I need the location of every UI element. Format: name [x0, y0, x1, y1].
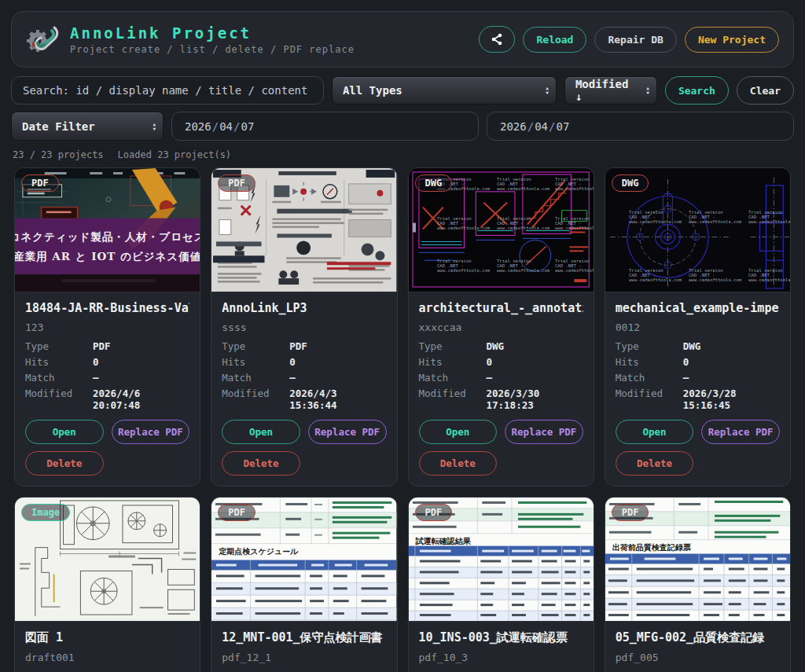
thumbnail-caption-line: 産業用 AR と IOT のビジネス価値: [15, 250, 200, 264]
repair-db-button[interactable]: Repair DB: [594, 27, 676, 53]
project-title: 10_INS-003_試運転確認票: [419, 630, 583, 645]
card-body: 12_MNT-001_保守点検計画書 pdf_12_1 TypePDF Hits…: [211, 622, 396, 672]
project-count: 23 / 23 projects: [13, 149, 104, 160]
project-subtitle: 123: [25, 321, 189, 333]
meta-value-hits: 0: [93, 356, 99, 368]
date-separator: /: [211, 120, 219, 133]
share-button[interactable]: [479, 26, 515, 53]
meta-value-match: –: [93, 372, 99, 384]
date-from-input[interactable]: 2026/04/07: [171, 112, 479, 141]
select-arrows-icon: ▲▼: [546, 86, 549, 95]
card-body: 18484-JA-RR-Business-Value… 123 TypePDF …: [15, 292, 200, 486]
watermark: Trial versionCAD .NET -www.cadsofttools.…: [437, 259, 490, 273]
type-filter-select[interactable]: All Types ▲▼: [332, 76, 557, 105]
card-body: 図面 1 draft001 TypeIMAGE Hits0 Match– Mod…: [15, 622, 200, 672]
page-subtitle: Project create / list / delete / PDF rep…: [70, 44, 355, 55]
type-badge: Image: [21, 504, 70, 521]
watermark: Trial versionCAD .NET -www.cadsofttools.…: [555, 178, 594, 191]
date-from-day: 07: [241, 120, 254, 133]
meta-label: Type: [616, 340, 683, 352]
meta-label: Modified: [222, 387, 289, 411]
project-title: 18484-JA-RR-Business-Value…: [25, 301, 189, 315]
project-subtitle: pdf_005: [616, 652, 780, 663]
date-from-year: 2026: [185, 120, 211, 133]
new-project-button[interactable]: New Project: [685, 27, 779, 53]
delete-button[interactable]: Delete: [616, 451, 694, 476]
meta-value-match: –: [289, 372, 296, 384]
meta-value-modified: 2026/3/30 17:18:23: [487, 387, 583, 411]
watermark: Trial versionCAD .NET -www.cadsofttools.…: [555, 217, 594, 230]
search-input[interactable]: [11, 76, 324, 105]
meta-label: Match: [222, 372, 289, 384]
meta-label: Hits: [222, 356, 289, 368]
replace-pdf-button[interactable]: Replace PDF: [112, 420, 190, 444]
project-card: 定期点検スケジュール PDF 12_MNT-001_保守点検計画書 pdf_12…: [211, 497, 397, 672]
replace-pdf-button[interactable]: Replace PDF: [308, 420, 387, 444]
thumbnail-caption: コネクティッド製品・人材・プロセス 産業用 AR と IOT のビジネス価値: [15, 218, 200, 275]
meta-value-type: PDF: [93, 340, 111, 352]
meta-label: Type: [25, 340, 93, 352]
card-body: 10_INS-003_試運転確認票 pdf_10_3 TypePDF Hits0…: [409, 622, 594, 672]
status-row: 23 / 23 projects Loaded 23 project(s): [13, 149, 792, 160]
thumbnail-heading: 定期点検スケジュール: [219, 546, 298, 557]
meta-value-modified: 2026/4/3 15:36:44: [289, 387, 386, 411]
watermark: Trial versionCAD .NET -www.cadsofttools.…: [497, 178, 550, 191]
project-title: AnnoLink_LP3: [222, 301, 386, 315]
project-title: 05_MFG-002_品質検査記録: [616, 630, 780, 645]
project-subtitle: draft001: [25, 652, 189, 663]
project-thumbnail: コネクティッド製品・人材・プロセス 産業用 AR と IOT のビジネス価値 P…: [15, 168, 200, 292]
watermark: Trial versionCAD .NET -www.cadsofttools.…: [629, 211, 682, 224]
sort-select-value: Modified ↓: [575, 78, 640, 103]
replace-pdf-button[interactable]: Replace PDF: [505, 420, 583, 444]
sort-select[interactable]: Modified ↓ ▲▼: [564, 76, 657, 105]
project-thumbnail: Trial versionCAD .NET -www.cadsofttools.…: [605, 168, 790, 292]
delete-button[interactable]: Delete: [222, 451, 300, 476]
date-filter-select[interactable]: Date Filter ▲▼: [11, 112, 164, 141]
project-title: mechanical_example-imperial: [616, 301, 780, 315]
open-button[interactable]: Open: [222, 420, 300, 444]
project-card: Trial versionCAD .NET -www.cadsofttools.…: [605, 167, 791, 487]
delete-button[interactable]: Delete: [25, 451, 104, 476]
type-badge: PDF: [218, 504, 255, 521]
open-button[interactable]: Open: [419, 420, 498, 444]
thumbnail-caption-line: コネクティッド製品・人材・プロセス: [15, 230, 200, 244]
meta-value-type: DWG: [683, 340, 701, 352]
card-body: mechanical_example-imperial 0012 TypeDWG…: [605, 292, 790, 486]
type-badge: PDF: [218, 174, 255, 192]
project-thumbnail: 試運転確認結果 PDF: [409, 498, 594, 622]
date-to-year: 2026: [500, 120, 527, 133]
project-subtitle: pdf_10_3: [419, 652, 583, 663]
meta-value-hits: 0: [289, 356, 296, 368]
replace-pdf-button[interactable]: Replace PDF: [701, 420, 780, 444]
open-button[interactable]: Open: [616, 420, 694, 444]
date-from-month: 04: [219, 120, 233, 133]
type-badge: DWG: [612, 174, 649, 192]
type-badge: PDF: [612, 504, 649, 521]
reload-button[interactable]: Reload: [523, 27, 586, 53]
clear-button[interactable]: Clear: [737, 76, 794, 105]
search-button[interactable]: Search: [665, 76, 729, 105]
delete-button[interactable]: Delete: [419, 451, 498, 476]
meta-value-modified: 2026/3/28 15:16:45: [683, 387, 780, 411]
date-to-day: 07: [556, 120, 569, 133]
app-logo-icon: [26, 23, 61, 56]
project-title: 12_MNT-001_保守点検計画書: [222, 630, 386, 645]
project-thumbnail: 定期点検スケジュール PDF: [211, 498, 396, 622]
project-title: 図面 1: [25, 630, 189, 645]
watermark: Trial versionCAD .NET -www.cadsofttools.…: [748, 211, 790, 224]
project-grid: コネクティッド製品・人材・プロセス 産業用 AR と IOT のビジネス価値 P…: [14, 167, 791, 672]
project-card: Image 図面 1 draft001 TypeIMAGE Hits0 Matc…: [14, 497, 200, 672]
meta-label: Hits: [25, 356, 93, 368]
meta-label: Modified: [25, 387, 93, 411]
date-to-input[interactable]: 2026/04/07: [487, 112, 794, 141]
open-button[interactable]: Open: [25, 420, 104, 444]
project-subtitle: xxxccaa: [419, 321, 583, 333]
project-thumbnail: PDF: [211, 168, 396, 292]
card-body: 05_MFG-002_品質検査記録 pdf_005 TypePDF Hits0 …: [605, 622, 790, 672]
card-body: AnnoLink_LP3 ssss TypePDF Hits0 Match– M…: [211, 292, 396, 486]
date-separator: /: [548, 120, 556, 133]
type-badge: DWG: [415, 174, 453, 192]
project-thumbnail: Trial versionCAD .NET -www.cadsofttools.…: [409, 168, 594, 292]
project-card: 試運転確認結果 PDF 10_INS-003_試運転確認票 pdf_10_3 T…: [408, 497, 594, 672]
meta-value-hits: 0: [487, 356, 493, 368]
